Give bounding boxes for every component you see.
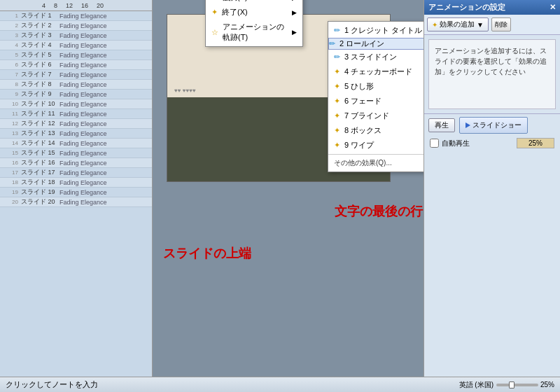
star-icon-7: ✦: [334, 111, 340, 120]
timeline-num-20: 20: [97, 2, 104, 9]
slide-row[interactable]: 19 スライド 19 Fading Elegance: [0, 188, 152, 197]
slide-row-num: 2: [1, 22, 21, 29]
star-icon-5: ✦: [334, 82, 340, 91]
slide-row-label: スライド 6: [21, 60, 59, 69]
pencil-icon-3: ✏: [334, 52, 340, 62]
timeline-header: 4 8 12 16 20: [0, 0, 152, 11]
right-panel-header: アニメーションの設定 ✕: [424, 0, 560, 15]
close-panel-icon[interactable]: ✕: [550, 3, 556, 12]
remove-effect-button[interactable]: 削除: [491, 18, 511, 31]
timeline-num-8: 8: [54, 2, 57, 9]
slide-row-label: スライド 20: [21, 197, 59, 206]
slide-text-label: ♥♥ ♥♥♥♥: [174, 88, 196, 94]
menu-separator: [328, 154, 424, 155]
slide-row-detail: Fading Elegance: [59, 81, 150, 88]
slide-row[interactable]: 2 スライド 2 Fading Elegance: [0, 21, 152, 31]
slide-row[interactable]: 5 スライド 5 Fading Elegance: [0, 50, 152, 60]
slide-row-detail: Fading Elegance: [59, 160, 150, 167]
effect-menu-item-wipe[interactable]: ✦ 9 ワイプ: [328, 138, 424, 153]
slide-row[interactable]: 17 スライド 17 Fading Elegance: [0, 168, 152, 178]
slide-row-detail: Fading Elegance: [59, 42, 150, 49]
slide-row[interactable]: 10 スライド 10 Fading Elegance: [0, 99, 152, 109]
slide-row-num: 14: [1, 140, 21, 146]
slide-row-detail: Fading Elegance: [59, 120, 150, 127]
play-icon: [465, 122, 470, 128]
arrow-icon-sub1: ✦: [211, 0, 218, 2]
slide-row-detail: Fading Elegance: [59, 189, 150, 196]
star-icon-8: ✦: [334, 126, 340, 135]
zoom-control: 25%: [496, 381, 554, 388]
timeline-numbers: 4 8 12 16 20: [42, 2, 104, 9]
effect-item-label-1: 1 クレジット タイトル: [344, 25, 422, 36]
slide-row-detail: Fading Elegance: [59, 111, 150, 118]
slide-row-num: 19: [1, 189, 21, 195]
autoplay-row: 自動再生 25%: [427, 136, 557, 150]
right-panel-title: アニメーションの設定: [428, 2, 505, 13]
slide-row[interactable]: 20 スライド 20 Fading Elegance: [0, 197, 152, 207]
star-icon-9: ✦: [334, 141, 340, 150]
autoplay-label: 自動再生: [442, 139, 470, 148]
language-selector: 英語 (米国) 25%: [459, 380, 554, 390]
slide-row[interactable]: 15 スライド 15 Fading Elegance: [0, 148, 152, 158]
timeline-num-4: 4: [42, 2, 46, 9]
effect-menu-item-checker[interactable]: ✦ 4 チェッカーボード: [328, 64, 424, 79]
slide-row[interactable]: 11 スライド 11 Fading Elegance: [0, 109, 152, 119]
slide-row[interactable]: 18 スライド 18 Fading Elegance: [0, 178, 152, 188]
effect-menu-item-blind[interactable]: ✦ 7 ブラインド: [328, 108, 424, 123]
slide-row[interactable]: 13 スライド 13 Fading Elegance: [0, 129, 152, 139]
add-effect-dropdown-icon: ▼: [477, 21, 484, 29]
effect-menu-item-diamond[interactable]: ✦ 5 ひし形: [328, 79, 424, 94]
slide-row-label: スライド 17: [21, 168, 59, 177]
zoom-thumb: [509, 382, 514, 388]
slide-row-label: スライド 11: [21, 109, 59, 118]
slide-row-label: スライド 4: [21, 41, 59, 50]
zoom-slider[interactable]: [496, 384, 538, 386]
main-content: 4 8 12 16 20 1 スライド 1 Fading Elegance 2 …: [0, 0, 560, 377]
play-button[interactable]: 再生: [428, 118, 455, 132]
effect-menu-item-rollin[interactable]: ✏ 2 ロールイン: [328, 38, 424, 50]
slide-row[interactable]: 6 スライド 6 Fading Elegance: [0, 60, 152, 70]
more-effects-item[interactable]: その他の効果(Q)...: [328, 156, 424, 170]
slide-row-label: スライド 14: [21, 139, 59, 148]
slide-row-detail: Fading Elegance: [59, 179, 150, 186]
slide-row[interactable]: 3 スライド 3 Fading Elegance: [0, 31, 152, 41]
submenu-item-exit[interactable]: ✦ 終了(X) ▶: [206, 5, 302, 20]
slide-row-detail: Fading Elegance: [59, 22, 150, 29]
slide-row-num: 15: [1, 150, 21, 156]
submenu-item-path[interactable]: ☆ アニメーションの軌跡(T) ▶: [206, 20, 302, 45]
slide-row[interactable]: 9 スライド 9 Fading Elegance: [0, 90, 152, 99]
right-panel: アニメーションの設定 ✕ ✦ 効果の追加 ▼ 削除 アニメーションを追加するには…: [424, 0, 560, 377]
slide-row-label: スライド 3: [21, 31, 59, 40]
slide-row-num: 10: [1, 101, 21, 107]
effect-item-label-3: 3 スライドイン: [344, 52, 397, 62]
dropdown-menu-container: ✏ 1 クレジット タイトル ✏ 2 ロールイン ✏ 3 スライドイン: [328, 21, 424, 172]
slide-row[interactable]: 8 スライド 8 Fading Elegance: [0, 80, 152, 90]
pencil-icon-2: ✏: [329, 39, 335, 48]
effect-menu-item-fade[interactable]: ✦ 6 フェード: [328, 94, 424, 108]
effect-menu-item-slidein[interactable]: ✏ 3 スライドイン: [328, 50, 424, 64]
annotation-slide-top: スライドの上端: [163, 245, 251, 262]
slide-row-num: 17: [1, 169, 21, 176]
slide-row-label: スライド 2: [21, 21, 59, 30]
slide-row[interactable]: 16 スライド 16 Fading Elegance: [0, 158, 152, 168]
slideshow-button[interactable]: スライドショー: [459, 117, 528, 134]
slide-row-detail: Fading Elegance: [59, 13, 150, 20]
star-icon-4: ✦: [334, 67, 340, 76]
slide-row-label: スライド 7: [21, 70, 59, 79]
effect-menu-item-box[interactable]: ✦ 8 ボックス: [328, 123, 424, 138]
slide-row-label: スライド 5: [21, 50, 59, 59]
slide-row-num: 3: [1, 32, 21, 38]
slide-row[interactable]: 12 スライド 12 Fading Elegance: [0, 119, 152, 129]
effect-menu-item-credit[interactable]: ✏ 1 クレジット タイトル: [328, 23, 424, 38]
slide-row[interactable]: 14 スライド 14 Fading Elegance: [0, 139, 152, 148]
slide-row[interactable]: 4 スライド 4 Fading Elegance: [0, 41, 152, 50]
slide-row[interactable]: 7 スライド 7 Fading Elegance: [0, 70, 152, 80]
star-icon-6: ✦: [334, 97, 340, 106]
slide-row[interactable]: 1 スライド 1 Fading Elegance: [0, 11, 152, 21]
submenu-item-emphasis[interactable]: ✦ 強調(E) ▶: [206, 0, 302, 5]
slide-row-detail: Fading Elegance: [59, 150, 150, 157]
effect-item-label-4: 4 チェッカーボード: [344, 66, 412, 77]
slide-row-label: スライド 9: [21, 90, 59, 99]
add-effect-button[interactable]: ✦ 効果の追加 ▼: [427, 18, 489, 31]
autoplay-checkbox[interactable]: [430, 139, 439, 148]
